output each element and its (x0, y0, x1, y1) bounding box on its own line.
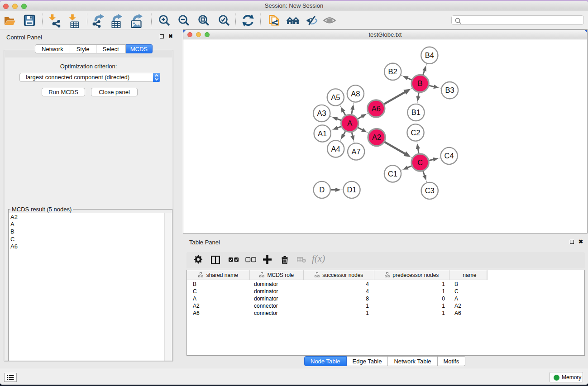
svg-text:A7: A7 (352, 148, 361, 156)
svg-text:A5: A5 (331, 93, 340, 101)
svg-text:A: A (347, 119, 352, 127)
svg-text:A6: A6 (372, 105, 381, 113)
svg-text:C1: C1 (388, 170, 397, 178)
svg-text:D1: D1 (347, 186, 356, 194)
svg-text:A8: A8 (351, 90, 360, 98)
svg-text:B2: B2 (388, 67, 397, 76)
svg-text:B1: B1 (411, 108, 421, 116)
svg-text:B4: B4 (425, 51, 434, 59)
svg-text:A3: A3 (317, 109, 326, 117)
svg-text:C2: C2 (411, 129, 420, 137)
svg-text:A1: A1 (318, 129, 327, 138)
svg-text:B3: B3 (445, 86, 454, 94)
svg-text:C: C (417, 158, 423, 167)
svg-text:C4: C4 (445, 152, 454, 160)
svg-text:C3: C3 (425, 186, 435, 195)
svg-text:A2: A2 (372, 133, 381, 141)
svg-text:B: B (418, 79, 423, 87)
svg-text:A4: A4 (331, 145, 340, 153)
svg-text:D: D (319, 186, 325, 194)
